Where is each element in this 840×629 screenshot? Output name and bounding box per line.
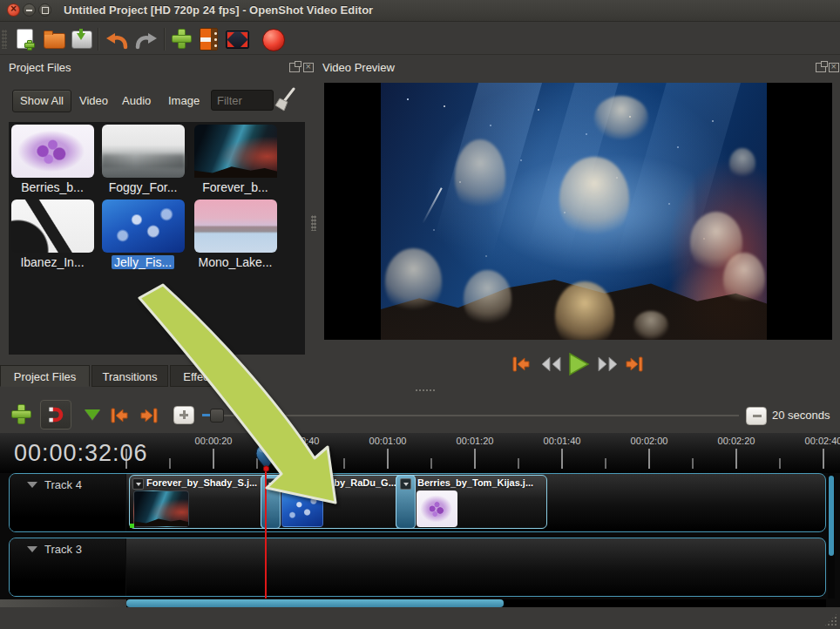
scrollbar-left-stub	[0, 599, 126, 607]
zoom-in-button[interactable]	[173, 406, 194, 424]
fullscreen-icon	[227, 32, 234, 39]
file-label[interactable]: Ibanez_In...	[7, 255, 98, 269]
close-panel-icon[interactable]	[829, 63, 839, 72]
close-panel-icon[interactable]	[303, 63, 314, 72]
track-header[interactable]: Track 4	[10, 474, 126, 531]
clip-title: Jelly_Fish_by_RaDu_G...	[282, 477, 414, 488]
file-label[interactable]: Foggy_For...	[98, 180, 188, 194]
transition-fade-2[interactable]	[396, 475, 416, 529]
float-panel-icon[interactable]	[816, 63, 826, 72]
file-label[interactable]: Forever_b...	[190, 180, 281, 194]
maximize-window-icon[interactable]	[38, 3, 51, 17]
toolbar-grip[interactable]	[2, 30, 7, 49]
filter-audio-button[interactable]: Audio	[122, 94, 151, 107]
next-marker-button[interactable]	[138, 405, 160, 429]
jellyfish	[723, 253, 765, 305]
next-marker-icon	[138, 405, 160, 426]
jump-start-button[interactable]	[511, 354, 532, 375]
minimize-window-icon[interactable]	[23, 3, 36, 17]
file-thumbnail-jelly-selected[interactable]	[102, 200, 185, 253]
track-row-3[interactable]: Track 3	[9, 538, 826, 597]
redo-button[interactable]	[134, 31, 159, 54]
file-label-selected[interactable]: Jelly_Fis...	[98, 255, 188, 269]
panel-splitter-handle[interactable]	[311, 215, 316, 231]
add-track-button[interactable]	[10, 404, 31, 425]
close-window-icon[interactable]	[7, 3, 20, 17]
minus-icon	[753, 415, 762, 417]
undo-button[interactable]	[105, 31, 129, 54]
tab-effects[interactable]: Effects	[170, 365, 231, 387]
filter-video-button[interactable]: Video	[79, 94, 108, 107]
jump-end-icon	[624, 354, 645, 375]
playhead-line	[265, 470, 267, 599]
rewind-button[interactable]	[540, 355, 563, 373]
float-panel-icon[interactable]	[289, 63, 300, 72]
choose-profile-button[interactable]	[200, 28, 218, 51]
jump-end-button[interactable]	[624, 354, 645, 375]
filter-input[interactable]	[211, 90, 274, 111]
track-name: Track 4	[44, 478, 82, 491]
track-menu-chevron-icon[interactable]	[27, 546, 37, 552]
clip-jellyfish[interactable]: Jelly_Fish_by_RaDu_G...	[261, 475, 417, 529]
fullscreen-button[interactable]	[226, 30, 249, 49]
track-menu-chevron-icon[interactable]	[27, 482, 37, 488]
stars	[407, 98, 409, 100]
horizontal-splitter-handle[interactable]	[415, 389, 436, 392]
clip-berries[interactable]: Berries_by_Tom_Kijas.j...	[396, 475, 547, 529]
fast-forward-button[interactable]	[596, 355, 619, 373]
jellyfish	[559, 157, 629, 240]
filter-show-all-button[interactable]: Show All	[12, 90, 71, 112]
playhead-marker[interactable]	[254, 443, 279, 477]
jellyfish	[633, 311, 668, 340]
openshot-window: Untitled Project [HD 720p 24 fps] - Open…	[0, 0, 840, 629]
file-thumbnail-forever[interactable]	[194, 125, 277, 178]
zoom-scale-label: 20 seconds	[772, 409, 830, 422]
file-label[interactable]: Berries_b...	[7, 180, 98, 194]
toolbar-separator	[98, 28, 99, 51]
ruler-label: 00:01:40	[544, 436, 581, 446]
add-marker-button[interactable]	[85, 409, 100, 420]
filter-image-button[interactable]: Image	[168, 94, 200, 107]
play-button[interactable]	[567, 352, 590, 376]
window-resize-grip[interactable]	[823, 612, 838, 627]
file-thumbnail-monolake[interactable]	[194, 200, 277, 253]
zoom-slider-handle[interactable]	[210, 409, 224, 423]
video-preview-display[interactable]	[324, 83, 832, 340]
ruler-label: 00:01:20	[457, 436, 494, 446]
title-bar: Untitled Project [HD 720p 24 fps] - Open…	[0, 0, 840, 22]
track-header[interactable]: Track 3	[10, 538, 126, 596]
zoom-slider-track[interactable]	[202, 415, 739, 416]
ruler-label: 00:02:20	[718, 436, 755, 446]
transition-fade-1[interactable]	[261, 475, 281, 529]
tab-project-files[interactable]: Project Files	[0, 365, 90, 387]
clip-thumbnail	[281, 490, 323, 527]
clip-menu-chevron-icon[interactable]	[132, 478, 144, 490]
jellyfish	[385, 248, 442, 314]
file-thumbnail-berries[interactable]	[11, 125, 94, 178]
transition-menu-chevron-icon[interactable]	[400, 478, 411, 490]
magnet-icon	[46, 405, 65, 424]
clear-filter-button[interactable]	[274, 87, 299, 117]
zoom-out-button[interactable]	[746, 407, 767, 425]
jellyfish	[455, 139, 505, 213]
video-preview-panel-title: Video Preview	[322, 61, 395, 74]
toolbar-separator	[164, 28, 166, 51]
snapping-toggle-button[interactable]	[40, 400, 71, 429]
timeline-horizontal-scrollbar-thumb[interactable]	[126, 599, 504, 607]
import-files-button[interactable]	[171, 29, 192, 50]
window-title: Untitled Project [HD 720p 24 fps] - Open…	[64, 3, 373, 17]
export-video-button[interactable]	[262, 29, 285, 51]
undo-icon	[105, 31, 129, 51]
previous-marker-button[interactable]	[108, 405, 131, 429]
ruler-label: 00:02:00	[631, 436, 668, 446]
ruler-label: 00:01:00	[369, 436, 407, 446]
jellyfish	[555, 281, 614, 340]
timeline-vertical-scrollbar-thumb[interactable]	[829, 476, 834, 556]
clip-forever[interactable]: Forever_by_Shady_S.j...	[129, 475, 281, 529]
file-thumbnail-ibanez[interactable]	[11, 200, 94, 253]
file-thumbnail-foggy[interactable]	[102, 125, 185, 178]
rewind-icon	[540, 355, 563, 373]
film-strip-icon	[200, 29, 211, 37]
file-label[interactable]: Mono_Lake...	[190, 255, 281, 269]
tab-transitions[interactable]: Transitions	[91, 365, 168, 387]
